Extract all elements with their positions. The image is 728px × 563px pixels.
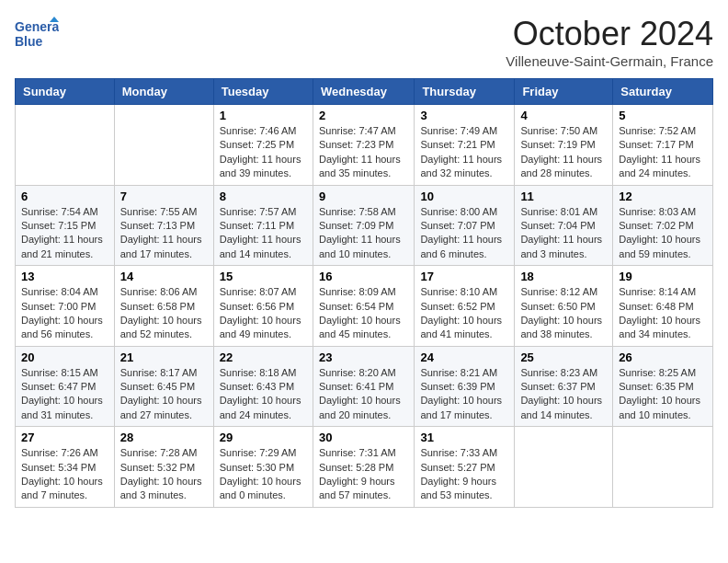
calendar-cell: 27Sunrise: 7:26 AMSunset: 5:34 PMDayligh… (16, 427, 115, 508)
calendar-cell: 23Sunrise: 8:20 AMSunset: 6:41 PMDayligh… (313, 346, 414, 427)
day-number: 9 (319, 190, 408, 203)
calendar-cell: 1Sunrise: 7:46 AMSunset: 7:25 PMDaylight… (213, 105, 313, 186)
calendar-cell: 3Sunrise: 7:49 AMSunset: 7:21 PMDaylight… (415, 105, 515, 186)
calendar-cell: 18Sunrise: 8:12 AMSunset: 6:50 PMDayligh… (515, 266, 613, 347)
calendar-cell: 14Sunrise: 8:06 AMSunset: 6:58 PMDayligh… (114, 266, 213, 347)
day-info: Sunrise: 7:55 AMSunset: 7:13 PMDaylight:… (120, 205, 208, 262)
day-info: Sunrise: 8:09 AMSunset: 6:54 PMDaylight:… (319, 285, 408, 342)
calendar-cell: 29Sunrise: 7:29 AMSunset: 5:30 PMDayligh… (213, 427, 313, 508)
day-info: Sunrise: 8:07 AMSunset: 6:56 PMDaylight:… (220, 285, 307, 342)
calendar-cell: 19Sunrise: 8:14 AMSunset: 6:48 PMDayligh… (613, 266, 713, 347)
week-row-2: 6Sunrise: 7:54 AMSunset: 7:15 PMDaylight… (16, 185, 713, 266)
day-number: 5 (619, 109, 707, 122)
weekday-header-monday: Monday (114, 79, 213, 105)
calendar-cell: 17Sunrise: 8:10 AMSunset: 6:52 PMDayligh… (415, 266, 515, 347)
day-number: 27 (21, 431, 108, 444)
day-number: 26 (619, 350, 707, 364)
calendar-cell: 13Sunrise: 8:04 AMSunset: 7:00 PMDayligh… (16, 266, 115, 347)
day-number: 18 (520, 270, 607, 283)
day-number: 2 (319, 109, 408, 122)
day-info: Sunrise: 7:52 AMSunset: 7:17 PMDaylight:… (619, 124, 707, 181)
calendar-cell (515, 427, 613, 508)
calendar-cell (16, 105, 115, 186)
calendar-cell: 6Sunrise: 7:54 AMSunset: 7:15 PMDaylight… (16, 185, 115, 266)
calendar-cell: 26Sunrise: 8:25 AMSunset: 6:35 PMDayligh… (613, 346, 713, 427)
day-info: Sunrise: 7:58 AMSunset: 7:09 PMDaylight:… (319, 205, 408, 262)
day-info: Sunrise: 8:10 AMSunset: 6:52 PMDaylight:… (420, 285, 508, 342)
day-number: 25 (520, 350, 607, 364)
weekday-header-thursday: Thursday (415, 79, 515, 105)
calendar-cell: 10Sunrise: 8:00 AMSunset: 7:07 PMDayligh… (415, 185, 515, 266)
calendar-cell: 22Sunrise: 8:18 AMSunset: 6:43 PMDayligh… (213, 346, 313, 427)
day-info: Sunrise: 8:25 AMSunset: 6:35 PMDaylight:… (619, 366, 707, 423)
logo-icon: General Blue (15, 15, 59, 52)
day-info: Sunrise: 8:18 AMSunset: 6:43 PMDaylight:… (220, 366, 307, 423)
day-number: 8 (220, 190, 307, 203)
day-info: Sunrise: 8:01 AMSunset: 7:04 PMDaylight:… (520, 205, 607, 262)
calendar-cell: 11Sunrise: 8:01 AMSunset: 7:04 PMDayligh… (515, 185, 613, 266)
calendar-cell: 9Sunrise: 7:58 AMSunset: 7:09 PMDaylight… (313, 185, 414, 266)
calendar-cell: 21Sunrise: 8:17 AMSunset: 6:45 PMDayligh… (114, 346, 213, 427)
calendar-cell: 5Sunrise: 7:52 AMSunset: 7:17 PMDaylight… (613, 105, 713, 186)
logo: General Blue (15, 15, 63, 52)
weekday-header-sunday: Sunday (16, 79, 115, 105)
day-number: 29 (220, 431, 307, 444)
day-info: Sunrise: 7:33 AMSunset: 5:27 PMDaylight:… (420, 446, 508, 503)
day-info: Sunrise: 7:26 AMSunset: 5:34 PMDaylight:… (21, 446, 108, 503)
day-number: 19 (619, 270, 707, 283)
calendar-cell: 20Sunrise: 8:15 AMSunset: 6:47 PMDayligh… (16, 346, 115, 427)
week-row-3: 13Sunrise: 8:04 AMSunset: 7:00 PMDayligh… (16, 266, 713, 347)
calendar-cell: 24Sunrise: 8:21 AMSunset: 6:39 PMDayligh… (415, 346, 515, 427)
week-row-1: 1Sunrise: 7:46 AMSunset: 7:25 PMDaylight… (16, 105, 713, 186)
day-number: 14 (120, 270, 208, 283)
day-info: Sunrise: 8:17 AMSunset: 6:45 PMDaylight:… (120, 366, 208, 423)
day-info: Sunrise: 7:57 AMSunset: 7:11 PMDaylight:… (220, 205, 307, 262)
month-title: October 2024 (506, 15, 713, 53)
day-number: 31 (420, 431, 508, 444)
day-number: 16 (319, 270, 408, 283)
day-number: 17 (420, 270, 508, 283)
calendar-cell: 7Sunrise: 7:55 AMSunset: 7:13 PMDaylight… (114, 185, 213, 266)
day-info: Sunrise: 8:00 AMSunset: 7:07 PMDaylight:… (420, 205, 508, 262)
svg-text:Blue: Blue (15, 34, 43, 49)
day-info: Sunrise: 8:15 AMSunset: 6:47 PMDaylight:… (21, 366, 108, 423)
day-info: Sunrise: 8:03 AMSunset: 7:02 PMDaylight:… (619, 205, 707, 262)
day-info: Sunrise: 7:50 AMSunset: 7:19 PMDaylight:… (520, 124, 607, 181)
day-number: 30 (319, 431, 408, 444)
day-number: 22 (220, 350, 307, 364)
weekday-header-row: SundayMondayTuesdayWednesdayThursdayFrid… (16, 79, 713, 105)
week-row-5: 27Sunrise: 7:26 AMSunset: 5:34 PMDayligh… (16, 427, 713, 508)
week-row-4: 20Sunrise: 8:15 AMSunset: 6:47 PMDayligh… (16, 346, 713, 427)
day-info: Sunrise: 8:06 AMSunset: 6:58 PMDaylight:… (120, 285, 208, 342)
day-info: Sunrise: 7:31 AMSunset: 5:28 PMDaylight:… (319, 446, 408, 503)
day-number: 11 (520, 190, 607, 203)
calendar-cell: 16Sunrise: 8:09 AMSunset: 6:54 PMDayligh… (313, 266, 414, 347)
calendar-cell: 25Sunrise: 8:23 AMSunset: 6:37 PMDayligh… (515, 346, 613, 427)
day-number: 1 (220, 109, 307, 122)
day-number: 24 (420, 350, 508, 364)
calendar-cell: 8Sunrise: 7:57 AMSunset: 7:11 PMDaylight… (213, 185, 313, 266)
day-number: 3 (420, 109, 508, 122)
day-number: 12 (619, 190, 707, 203)
day-info: Sunrise: 8:21 AMSunset: 6:39 PMDaylight:… (420, 366, 508, 423)
day-number: 15 (220, 270, 307, 283)
calendar-cell: 2Sunrise: 7:47 AMSunset: 7:23 PMDaylight… (313, 105, 414, 186)
day-info: Sunrise: 7:54 AMSunset: 7:15 PMDaylight:… (21, 205, 108, 262)
day-number: 23 (319, 350, 408, 364)
day-info: Sunrise: 8:20 AMSunset: 6:41 PMDaylight:… (319, 366, 408, 423)
calendar-cell: 28Sunrise: 7:28 AMSunset: 5:32 PMDayligh… (114, 427, 213, 508)
day-info: Sunrise: 7:47 AMSunset: 7:23 PMDaylight:… (319, 124, 408, 181)
calendar-cell: 31Sunrise: 7:33 AMSunset: 5:27 PMDayligh… (415, 427, 515, 508)
weekday-header-friday: Friday (515, 79, 613, 105)
day-number: 21 (120, 350, 208, 364)
calendar-cell: 15Sunrise: 8:07 AMSunset: 6:56 PMDayligh… (213, 266, 313, 347)
day-info: Sunrise: 7:28 AMSunset: 5:32 PMDaylight:… (120, 446, 208, 503)
day-info: Sunrise: 8:23 AMSunset: 6:37 PMDaylight:… (520, 366, 607, 423)
day-info: Sunrise: 8:12 AMSunset: 6:50 PMDaylight:… (520, 285, 607, 342)
page-header: General Blue October 2024 Villeneuve-Sai… (15, 15, 713, 69)
location-subtitle: Villeneuve-Saint-Germain, France (506, 53, 713, 69)
weekday-header-wednesday: Wednesday (313, 79, 414, 105)
day-number: 6 (21, 190, 108, 203)
day-info: Sunrise: 7:29 AMSunset: 5:30 PMDaylight:… (220, 446, 307, 503)
day-number: 13 (21, 270, 108, 283)
